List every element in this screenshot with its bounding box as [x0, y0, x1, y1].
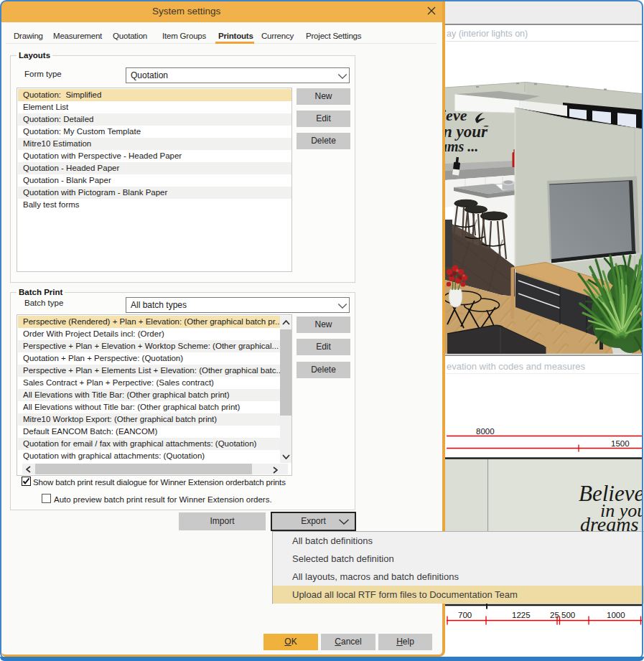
svg-text:700: 700: [458, 611, 472, 619]
svg-text:8000: 8000: [476, 427, 495, 436]
svg-text:1500: 1500: [611, 439, 630, 448]
svg-text:25 500: 25 500: [550, 611, 575, 619]
svg-text:ams ...: ams ...: [445, 139, 478, 154]
svg-text:1000: 1000: [607, 611, 625, 619]
svg-text:ieve: ieve: [445, 106, 467, 124]
svg-text:1225: 1225: [512, 611, 531, 619]
